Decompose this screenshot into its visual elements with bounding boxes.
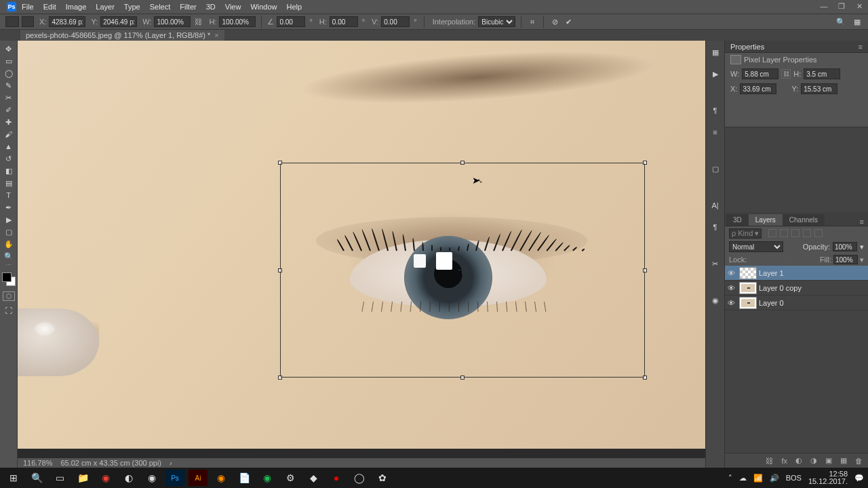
visibility-icon[interactable]: 👁 bbox=[725, 269, 737, 277]
menu-filter[interactable]: Filter bbox=[180, 3, 196, 11]
zoom-tool[interactable]: 🔍 bbox=[1, 251, 16, 262]
link-layers-icon[interactable]: ⛓ bbox=[766, 457, 773, 465]
menu-window[interactable]: Window bbox=[250, 3, 277, 11]
doc-tab[interactable]: pexels-photo-458665.jpeg @ 117% (Layer 1… bbox=[20, 30, 224, 41]
eraser-tool[interactable]: ◧ bbox=[1, 165, 16, 176]
canvas[interactable]: ➤ 116.78% 65.02 cm x 43.35 cm (300 ppi) … bbox=[18, 41, 705, 468]
photoshop-taskbar-icon[interactable]: Ps bbox=[165, 470, 184, 486]
y-input[interactable] bbox=[100, 16, 137, 27]
lock-paint-icon[interactable] bbox=[759, 256, 767, 264]
filter-smart-icon[interactable] bbox=[814, 229, 823, 237]
tray-wifi-icon[interactable]: 📶 bbox=[753, 474, 763, 483]
crop-tool[interactable]: ✂ bbox=[1, 92, 16, 103]
group-icon[interactable]: ▣ bbox=[825, 456, 832, 465]
kind-filter[interactable]: ρKind▾ bbox=[729, 228, 762, 239]
filter-shape-icon[interactable] bbox=[803, 229, 811, 237]
paragraph-icon[interactable]: ¶ bbox=[709, 221, 722, 233]
menu-3d[interactable]: 3D bbox=[206, 3, 216, 11]
visibility-icon[interactable]: 👁 bbox=[725, 299, 737, 307]
tab-3d[interactable]: 3D bbox=[726, 214, 749, 226]
character-icon[interactable]: A| bbox=[709, 199, 722, 211]
angle-input[interactable] bbox=[277, 16, 305, 27]
interp-select[interactable]: Bicubic bbox=[478, 16, 515, 27]
app-icon-3[interactable]: 📄 bbox=[235, 470, 254, 486]
history-brush-tool[interactable]: ↺ bbox=[1, 153, 16, 164]
layer-thumbnail[interactable] bbox=[739, 282, 757, 294]
menu-image[interactable]: Image bbox=[66, 3, 87, 11]
gradient-tool[interactable]: ▤ bbox=[1, 178, 16, 188]
skew-h-input[interactable] bbox=[330, 16, 358, 27]
lock-artboard-icon[interactable] bbox=[779, 256, 787, 264]
adjustments-icon[interactable]: ✂ bbox=[709, 258, 722, 270]
path-select-tool[interactable]: ▶ bbox=[1, 214, 16, 225]
trash-icon[interactable]: 🗑 bbox=[855, 457, 863, 465]
start-button[interactable]: ⊞ bbox=[4, 470, 23, 486]
app-icon-5[interactable]: ◆ bbox=[304, 470, 323, 486]
hand-tool[interactable]: ✋ bbox=[1, 239, 16, 249]
handle-tr[interactable] bbox=[643, 161, 647, 165]
layer-name[interactable]: Layer 0 copy bbox=[759, 284, 802, 292]
lock-position-icon[interactable] bbox=[769, 256, 777, 264]
commit-transform-icon[interactable]: ✔ bbox=[563, 16, 574, 27]
skew-v-input[interactable] bbox=[381, 16, 410, 27]
app-icon-4[interactable]: ⚙ bbox=[281, 470, 300, 486]
layer-thumbnail[interactable] bbox=[739, 267, 757, 279]
spotify-icon[interactable]: ◉ bbox=[258, 470, 277, 486]
styles-icon[interactable]: ◉ bbox=[709, 294, 722, 306]
lock-transparent-icon[interactable] bbox=[749, 256, 757, 264]
handle-br[interactable] bbox=[643, 375, 647, 380]
handle-mr[interactable] bbox=[643, 268, 647, 272]
record-icon[interactable]: ● bbox=[327, 470, 346, 486]
visibility-icon[interactable]: 👁 bbox=[725, 284, 737, 292]
zoom-readout[interactable]: 116.78% bbox=[23, 459, 52, 467]
handle-bm[interactable] bbox=[460, 375, 465, 380]
transform-bounds[interactable] bbox=[280, 163, 645, 378]
task-view-icon[interactable]: ▭ bbox=[50, 470, 69, 486]
layer-name[interactable]: Layer 1 bbox=[759, 269, 784, 277]
h-input[interactable] bbox=[219, 16, 256, 27]
reference-point-icon[interactable] bbox=[22, 16, 34, 27]
move-tool[interactable]: ✥ bbox=[1, 43, 16, 54]
panel-menu-icon[interactable]: ≡ bbox=[859, 43, 863, 51]
steam-icon[interactable]: ◉ bbox=[142, 470, 161, 486]
layer-fx-icon[interactable]: fx bbox=[781, 457, 787, 465]
blend-mode-select[interactable]: Normal bbox=[729, 241, 783, 252]
x-input[interactable] bbox=[49, 16, 85, 27]
transform-center[interactable] bbox=[458, 266, 467, 274]
layer-row[interactable]: 👁Layer 0 bbox=[725, 296, 868, 310]
pen-tool[interactable]: ✒ bbox=[1, 202, 16, 213]
marquee-tool[interactable]: ▭ bbox=[1, 56, 16, 66]
layer-mask-icon[interactable]: ◐ bbox=[795, 456, 802, 465]
search-taskbar-icon[interactable]: 🔍 bbox=[27, 470, 46, 486]
app-icon-6[interactable]: ◯ bbox=[350, 470, 369, 486]
menu-type[interactable]: Type bbox=[124, 3, 140, 11]
fill-input[interactable] bbox=[833, 255, 858, 264]
close-tab-icon[interactable]: × bbox=[214, 31, 218, 39]
layer-row[interactable]: 👁Layer 0 copy bbox=[725, 281, 868, 296]
libraries-icon[interactable]: ▢ bbox=[709, 163, 722, 175]
workspace-icon[interactable]: ▦ bbox=[852, 16, 863, 27]
history-icon[interactable]: ▦ bbox=[709, 46, 722, 58]
tray-clock[interactable]: 12:5815.12.2017. bbox=[808, 470, 848, 485]
tool-preset-icon[interactable] bbox=[5, 16, 19, 27]
chrome-icon[interactable]: ◉ bbox=[96, 470, 115, 486]
warp-mode-icon[interactable]: ⌗ bbox=[527, 16, 538, 27]
lock-all-icon[interactable] bbox=[789, 256, 797, 264]
lasso-tool[interactable]: ◯ bbox=[1, 68, 16, 79]
handle-tl[interactable] bbox=[278, 161, 282, 165]
search-icon[interactable]: 🔍 bbox=[835, 16, 846, 27]
prop-x-input[interactable] bbox=[740, 83, 776, 94]
layer-row[interactable]: 👁Layer 1 bbox=[725, 266, 868, 281]
status-arrow-icon[interactable]: › bbox=[170, 459, 172, 467]
panel-menu-icon[interactable]: ≡ bbox=[860, 218, 864, 226]
filter-type-icon[interactable] bbox=[791, 229, 800, 237]
menu-help[interactable]: Help bbox=[287, 3, 302, 11]
prop-y-input[interactable] bbox=[801, 83, 837, 94]
properties-tab[interactable]: Properties ≡ bbox=[725, 41, 868, 53]
prop-w-input[interactable] bbox=[742, 68, 778, 79]
tray-chevron-icon[interactable]: ˄ bbox=[728, 474, 732, 483]
tab-layers[interactable]: Layers bbox=[749, 214, 783, 226]
prop-h-input[interactable] bbox=[804, 68, 840, 79]
tray-volume-icon[interactable]: 🔊 bbox=[770, 474, 779, 483]
tab-channels[interactable]: Channels bbox=[783, 214, 825, 226]
